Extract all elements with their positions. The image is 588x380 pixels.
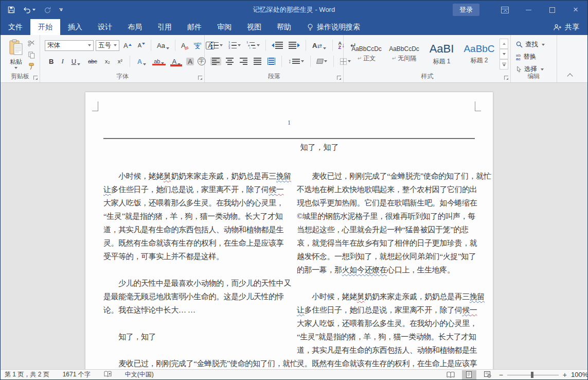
decrease-indent-button[interactable] — [270, 41, 284, 49]
document-text-line[interactable]: 大家人吃饭，还喂着那么多生灵。在我幼小的心灵里， — [103, 196, 287, 210]
style-heading1[interactable]: AaBI 标题 1 — [423, 39, 460, 70]
document-text-line[interactable]: 大家人吃饭，还喂着那么多生灵。在我幼小的心灵里， — [297, 317, 480, 330]
tab-review[interactable]: 审阅 — [209, 19, 239, 35]
find-button[interactable]: 查找 — [516, 40, 557, 49]
page-indicator[interactable]: 第 1 页，共 2 页 — [5, 370, 49, 379]
zoom-level[interactable]: 100% — [571, 371, 582, 378]
distribute-button[interactable] — [266, 57, 277, 65]
zoom-slider[interactable] — [507, 370, 559, 379]
print-layout-button[interactable] — [462, 370, 476, 379]
phonetic-guide-button[interactable]: wén文 — [192, 41, 203, 49]
clear-formatting-button[interactable]: A — [179, 41, 190, 50]
font-color-button[interactable]: A — [170, 57, 183, 66]
font-name-combo[interactable]: 宋体 — [45, 40, 94, 51]
bullets-button[interactable] — [209, 41, 224, 49]
language-indicator[interactable]: 中文(中国) — [125, 370, 154, 379]
document-text-line[interactable]: 少儿的天性中是最喜欢小动物的，而少儿的天性中又 — [103, 277, 287, 290]
tab-references[interactable]: 引用 — [150, 19, 180, 35]
justify-button[interactable] — [252, 57, 263, 65]
highlight-button[interactable]: ab — [152, 58, 166, 65]
maximize-button[interactable] — [540, 1, 564, 19]
underline-button[interactable]: U — [69, 57, 82, 66]
align-right-button[interactable] — [238, 57, 249, 65]
tab-insert[interactable]: 插入 — [60, 19, 90, 35]
word-count[interactable]: 1671 个字 — [63, 370, 91, 379]
multilevel-list-button[interactable]: 1ai — [245, 41, 261, 49]
tab-home[interactable]: 开始 — [30, 19, 60, 35]
web-layout-button[interactable] — [480, 370, 495, 379]
document-text-line[interactable]: 是最能毫无顾忌地戕害弱小生命的。这是少儿天性的悖 — [103, 290, 287, 303]
shading-button[interactable] — [315, 58, 329, 64]
style-no-spacing[interactable]: AaBbCcDc ↵ 无间隔 — [386, 39, 422, 70]
tell-me-search[interactable]: 操作说明搜索 — [307, 19, 360, 35]
document-text-line[interactable]: 麦收已过，刚刚完成了“金蝉脱壳”使命的知了们，就忙 — [103, 357, 287, 370]
align-center-button[interactable] — [224, 57, 235, 65]
replace-button[interactable]: abac 替换 — [516, 53, 557, 61]
sign-in-button[interactable]: 登录 — [453, 4, 479, 16]
numbering-button[interactable]: 123 — [227, 41, 242, 49]
document-text-line[interactable]: 小时候，姥姥舅奶奶来家走亲戚，奶奶总是再三挽留 — [103, 169, 287, 183]
document-text-line[interactable]: 现也似乎更加热闹。它们是在歌唱新生吧。如今蜷缩在 — [297, 196, 480, 210]
style-heading2[interactable]: AaBbC 标题 2 — [461, 39, 497, 70]
share-button[interactable]: 共享 — [553, 19, 579, 35]
text-effects-button[interactable]: A — [135, 57, 148, 66]
redo-icon[interactable] — [44, 6, 51, 13]
document-text-line[interactable] — [297, 277, 480, 290]
document-text-line[interactable]: 麦收已过，刚刚完成了“金蝉脱壳”使命的知了们，就忙 — [297, 169, 480, 183]
paragraph-dialog-launcher[interactable] — [337, 76, 341, 80]
document-text-line[interactable] — [103, 343, 287, 357]
document-text-line[interactable]: “生灵”就是指的猪，羊，狗，猫一类动物。长大了才知 — [103, 210, 287, 223]
line-spacing-button[interactable]: ↕ — [287, 57, 306, 65]
document-text-line[interactable] — [103, 317, 287, 330]
styles-scroll-down-button[interactable] — [500, 49, 508, 59]
document-text-line[interactable]: 论。我在这悖论中长大… … — [103, 303, 287, 317]
tab-file[interactable]: 文件 — [1, 19, 30, 35]
grow-font-button[interactable]: A — [121, 41, 134, 50]
document-text-line[interactable]: 受平等的，可事实上并不都是这样。 — [103, 250, 287, 263]
read-mode-button[interactable] — [443, 370, 458, 379]
character-shading-button[interactable]: A — [186, 58, 194, 65]
styles-dialog-launcher[interactable] — [504, 76, 508, 80]
document-text-line[interactable]: 不迭地在树上欢快地歌唱起来，整个农村因了它们的出 — [297, 183, 480, 196]
document-text-line[interactable]: 道，其实凡是有生命的东西包括人、动物和植物都是生 — [297, 343, 480, 357]
tab-mailings[interactable]: 邮件 — [180, 19, 209, 35]
ribbon-display-options-button[interactable] — [493, 1, 516, 19]
document-text-line[interactable]: 哀，就觉得当年在故乡有知了相伴的日子更加珍贵，就 — [297, 236, 480, 250]
collapse-ribbon-button[interactable] — [567, 73, 573, 79]
document-text-line[interactable]: 越发怀念。一想到知了，就想起伙同弟弟们“火捉”知了 — [297, 250, 480, 263]
increase-indent-button[interactable] — [287, 41, 301, 49]
asian-layout-button[interactable]: A⇄ — [310, 41, 328, 50]
zoom-out-button[interactable]: − — [499, 371, 503, 379]
document-text-line[interactable]: 的那一幕，那火如今还燎在心口上，生生地疼。 — [297, 263, 480, 277]
styles-more-button[interactable] — [500, 59, 508, 70]
paste-button[interactable]: 粘贴 — [5, 39, 27, 69]
document-text-line[interactable]: “生灵”就是指的猪，羊，狗，猫一类动物。长大了才知 — [297, 330, 480, 343]
zoom-in-button[interactable]: + — [563, 371, 567, 379]
tab-design[interactable]: 设计 — [90, 19, 120, 35]
undo-icon[interactable] — [23, 7, 35, 13]
styles-scroll-up-button[interactable] — [500, 39, 508, 49]
shrink-font-button[interactable]: A — [136, 42, 147, 49]
style-normal[interactable]: AaBbCcDc ↵ 正文 — [348, 39, 385, 70]
minimize-button[interactable] — [516, 1, 540, 19]
strikethrough-button[interactable]: abc — [86, 58, 99, 65]
tab-help[interactable]: 帮助 — [269, 19, 299, 35]
copy-button[interactable] — [26, 50, 37, 59]
document-text-line[interactable]: 道，其实凡是有生命的东西包括人、动物和植物都是生 — [103, 223, 287, 236]
document-text-line[interactable]: 灵。既然有生命就该有生存的权利，在生命上是应该享 — [103, 236, 287, 250]
cut-button[interactable] — [26, 39, 37, 48]
italic-button[interactable]: I — [59, 57, 65, 66]
document-text-line[interactable]: 小时候，姥姥舅奶奶来家走亲戚，奶奶总是再三挽留 — [297, 290, 480, 303]
tab-layout[interactable]: 布局 — [120, 19, 150, 35]
zoom-slider-handle[interactable] — [531, 372, 533, 378]
tab-view[interactable]: 视图 — [239, 19, 269, 35]
clipboard-dialog-launcher[interactable] — [33, 76, 38, 80]
text-column-left[interactable]: 小时候，姥姥舅奶奶来家走亲戚，奶奶总是再三挽留让多住些日子，她们总是说，家里离不… — [103, 169, 287, 370]
bold-button[interactable]: B — [47, 57, 56, 66]
document-page[interactable]: 1 知了，知了 小时候，姥姥舅奶奶来家走亲戚，奶奶总是再三挽留让多住些日子，她们… — [85, 92, 493, 370]
document-text-line[interactable]: ©城里的钢筋水泥格子里，很难再听到知了的叫声，每 — [297, 210, 480, 223]
save-icon[interactable] — [8, 6, 15, 13]
enclose-characters-button[interactable]: 字 — [198, 57, 206, 65]
document-text-line[interactable]: 当想起这些，心里就会升起一种“猛兽被囚于笼”的悲 — [297, 223, 480, 236]
format-painter-button[interactable] — [26, 62, 37, 71]
